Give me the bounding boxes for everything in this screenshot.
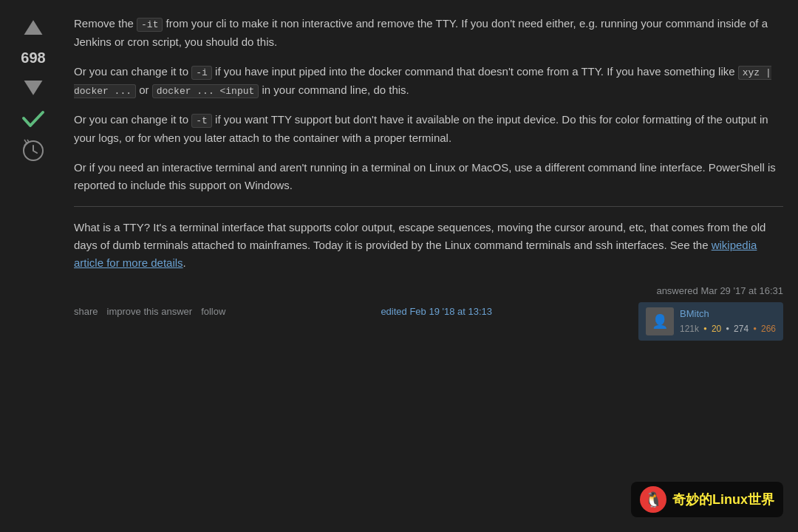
para2-text-mid1: if you have input piped into the docker … (212, 65, 738, 78)
section-divider (74, 206, 783, 207)
gold-dot: ● (703, 324, 707, 334)
username[interactable]: BMitch (680, 307, 776, 322)
meta-row: share improve this answer follow edited … (74, 284, 783, 341)
accepted-icon (20, 105, 47, 132)
svg-marker-0 (24, 20, 43, 35)
para3: Or you can change it to -t if you want T… (74, 111, 783, 147)
para4: Or if you need an interactive terminal a… (74, 159, 783, 194)
watermark-text: 奇妙的Linux世界 (672, 489, 774, 511)
svg-marker-1 (24, 81, 43, 95)
gold-count: 20 (712, 322, 721, 336)
para2-code3: docker ... <input (152, 84, 259, 98)
para1-text-before: Remove the (74, 17, 137, 30)
para2-text-after: in your command line, do this. (259, 83, 409, 96)
downvote-button[interactable] (20, 74, 47, 100)
para3-text-before: Or you can change it to (74, 113, 191, 126)
vote-count: 698 (21, 46, 45, 69)
upvote-button[interactable] (20, 15, 47, 41)
para5: What is a TTY? It's a terminal interface… (74, 219, 783, 272)
user-rep: 121k (680, 322, 699, 336)
answer-content: Remove the -it from your cli to make it … (66, 7, 798, 348)
silver-count: 274 (734, 322, 748, 336)
para3-code1: -t (191, 114, 212, 128)
para5-text-after: . (183, 256, 186, 269)
para2-text-before: Or you can change it to (74, 65, 191, 78)
bronze-dot: ● (753, 324, 757, 334)
para1-text-after: from your cli to make it non interactive… (74, 17, 768, 48)
improve-link[interactable]: improve this answer (107, 304, 193, 320)
follow-link[interactable]: follow (201, 304, 225, 320)
meta-actions: share improve this answer follow (74, 304, 234, 320)
user-stats: 121k ● 20 ● 274 ● 266 (680, 322, 776, 336)
para5-text-before: What is a TTY? It's a terminal interface… (74, 221, 765, 251)
para1: Remove the -it from your cli to make it … (74, 15, 783, 51)
answered-info: answered Mar 29 '17 at 16:31 (656, 284, 783, 299)
silver-dot: ● (726, 324, 729, 334)
watermark: 🐧 奇妙的Linux世界 (631, 482, 783, 517)
para2-text-mid2: or (136, 83, 152, 96)
vote-column: 698 (0, 7, 66, 348)
bronze-count: 266 (761, 322, 776, 336)
para2: Or you can change it to -i if you have i… (74, 63, 783, 100)
edit-info: edited Feb 19 '18 at 13:13 (381, 304, 492, 320)
watermark-icon: 🐧 (640, 486, 666, 513)
avatar: 👤 (646, 307, 674, 335)
share-link[interactable]: share (74, 304, 98, 320)
para2-code1: -i (191, 66, 212, 80)
user-card: 👤 BMitch 121k ● 20 ● 274 ● 266 (638, 302, 783, 341)
history-icon[interactable] (21, 139, 45, 163)
para1-code1: -it (137, 18, 163, 32)
user-info: BMitch 121k ● 20 ● 274 ● 266 (680, 307, 776, 336)
